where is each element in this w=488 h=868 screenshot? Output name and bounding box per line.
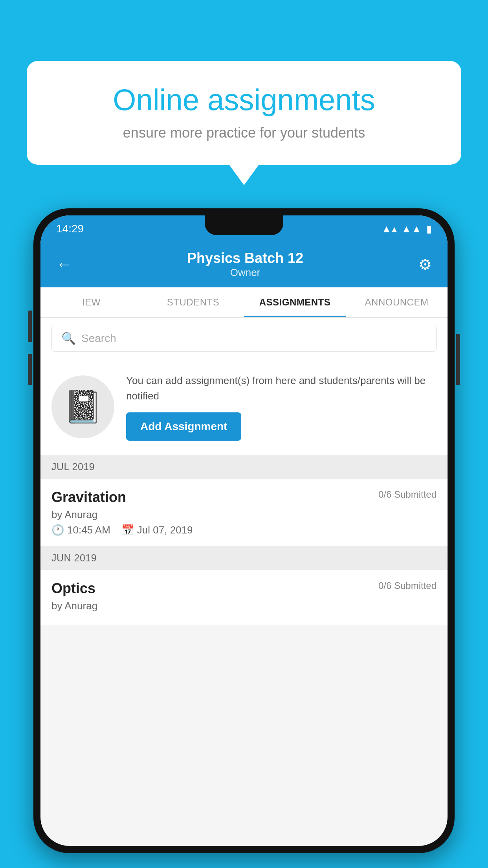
tab-students[interactable]: STUDENTS [142, 287, 244, 317]
promo-content: You can add assignment(s) from here and … [126, 373, 437, 441]
assignment-name-gravitation: Gravitation [51, 489, 126, 506]
phone-frame: 14:29 ▲▴ ▲▲ ▮ ← Physics Batch 12 Owner ⚙… [33, 208, 455, 853]
assignment-time-value: 10:45 AM [67, 524, 110, 536]
assignment-by-gravitation: by Anurag [51, 509, 437, 521]
status-icons: ▲▴ ▲▲ ▮ [382, 223, 432, 235]
assignment-header-gravitation: Gravitation 0/6 Submitted [51, 489, 437, 506]
tab-assignments[interactable]: ASSIGNMENTS [244, 287, 346, 317]
app-bar-title-section: Physics Batch 12 Owner [187, 250, 303, 279]
section-header-jul: JUL 2019 [40, 455, 448, 479]
volume-down-button [28, 354, 32, 385]
promo-section: 📓 You can add assignment(s) from here an… [40, 359, 448, 455]
speech-bubble: Online assignments ensure more practice … [27, 61, 461, 165]
battery-icon: ▮ [426, 223, 432, 235]
assignment-date-gravitation: 📅 Jul 07, 2019 [121, 524, 193, 536]
phone-screen: 14:29 ▲▴ ▲▲ ▮ ← Physics Batch 12 Owner ⚙… [40, 215, 448, 846]
wifi-icon: ▲▴ [382, 223, 397, 235]
promo-icon-circle: 📓 [51, 375, 114, 438]
phone-notch [205, 215, 283, 235]
assignment-item-gravitation[interactable]: Gravitation 0/6 Submitted by Anurag 🕐 10… [40, 479, 448, 546]
assignment-name-optics: Optics [51, 580, 95, 597]
bubble-title: Online assignments [50, 83, 438, 117]
power-button [456, 334, 460, 385]
signal-icon: ▲▲ [402, 223, 422, 235]
assignment-meta-gravitation: 🕐 10:45 AM 📅 Jul 07, 2019 [51, 524, 437, 536]
tab-announcements[interactable]: ANNOUNCEM [346, 287, 448, 317]
search-placeholder: Search [81, 332, 116, 345]
section-header-jun: JUN 2019 [40, 546, 448, 570]
assignment-submitted-gravitation: 0/6 Submitted [378, 489, 437, 500]
volume-up-button [28, 311, 32, 342]
search-container: 🔍 Search [40, 318, 448, 359]
assignment-date-value: Jul 07, 2019 [137, 524, 193, 536]
assignment-header-optics: Optics 0/6 Submitted [51, 580, 437, 597]
clock-icon: 🕐 [51, 524, 64, 536]
assignment-time-gravitation: 🕐 10:45 AM [51, 524, 110, 536]
tab-iew[interactable]: IEW [40, 287, 142, 317]
assignment-item-optics[interactable]: Optics 0/6 Submitted by Anurag [40, 570, 448, 625]
add-assignment-button[interactable]: Add Assignment [126, 412, 241, 441]
status-time: 14:29 [56, 223, 84, 235]
settings-icon[interactable]: ⚙ [418, 256, 432, 273]
back-button[interactable]: ← [56, 256, 72, 273]
bubble-subtitle: ensure more practice for your students [50, 125, 438, 141]
search-input-wrapper[interactable]: 🔍 Search [51, 325, 437, 352]
calendar-icon: 📅 [121, 524, 134, 536]
app-bar-subtitle: Owner [187, 267, 303, 279]
search-icon: 🔍 [61, 331, 76, 345]
section-month-jul: JUL 2019 [51, 461, 95, 472]
notebook-icon: 📓 [63, 388, 103, 425]
assignment-by-optics: by Anurag [51, 600, 437, 612]
app-bar: ← Physics Batch 12 Owner ⚙ [40, 242, 448, 287]
promo-text: You can add assignment(s) from here and … [126, 373, 437, 404]
tabs-bar: IEW STUDENTS ASSIGNMENTS ANNOUNCEM [40, 287, 448, 318]
app-bar-title: Physics Batch 12 [187, 250, 303, 267]
assignment-submitted-optics: 0/6 Submitted [378, 580, 437, 591]
speech-bubble-container: Online assignments ensure more practice … [27, 61, 461, 165]
section-month-jun: JUN 2019 [51, 552, 97, 563]
